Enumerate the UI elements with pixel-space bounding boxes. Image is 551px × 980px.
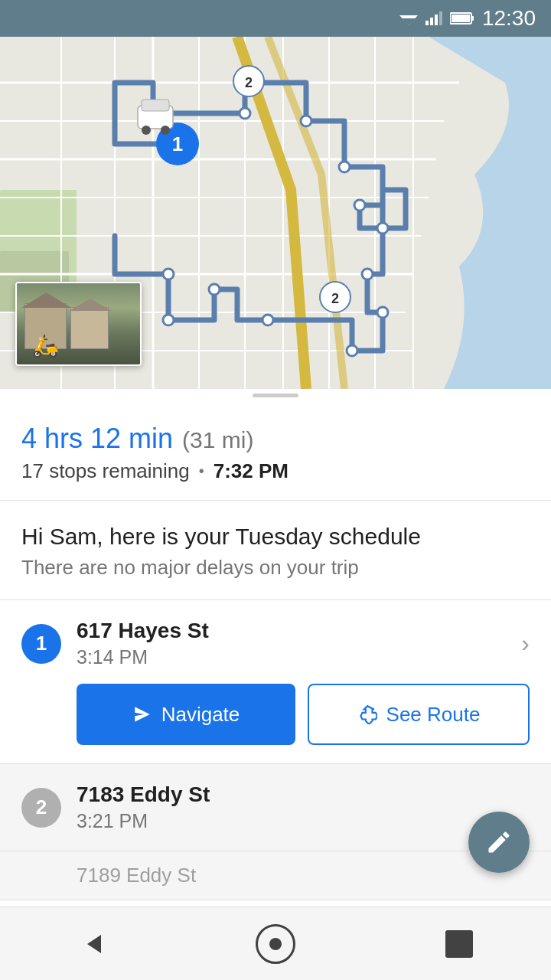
- svg-point-32: [339, 162, 350, 172]
- wifi-icon: [399, 11, 418, 25]
- stop-chevron-1[interactable]: ›: [521, 629, 530, 658]
- svg-point-35: [362, 269, 373, 279]
- map-area[interactable]: 1 2 2 🛵: [0, 37, 551, 389]
- svg-point-33: [354, 200, 365, 211]
- time-display: 12:30: [482, 6, 536, 31]
- navigate-label: Navigate: [161, 703, 240, 727]
- status-icons: 12:30: [399, 6, 536, 31]
- svg-rect-4: [430, 18, 433, 25]
- stop-header-1: 1 617 Hayes St 3:14 PM ›: [21, 619, 530, 668]
- trip-details-row: 17 stops remaining • 7:32 PM: [21, 459, 530, 483]
- partial-stop: 7189 Eddy St: [0, 851, 551, 900]
- drag-handle[interactable]: [0, 389, 551, 401]
- svg-text:2: 2: [331, 291, 339, 306]
- stop-info-1: 617 Hayes St 3:14 PM: [77, 619, 506, 668]
- trip-distance: (31 mi): [182, 427, 253, 453]
- partial-address: 7189 Eddy St: [77, 864, 196, 887]
- svg-point-36: [377, 307, 388, 318]
- home-button[interactable]: [253, 921, 298, 967]
- stop-time-2: 3:21 PM: [77, 810, 530, 832]
- svg-point-39: [209, 284, 220, 295]
- edit-icon: [485, 828, 513, 856]
- svg-text:1: 1: [172, 132, 183, 155]
- stops-remaining: 17 stops remaining: [21, 459, 190, 483]
- svg-point-31: [301, 116, 311, 126]
- street-photo-thumbnail[interactable]: 🛵: [15, 282, 142, 366]
- route-icon: [357, 704, 377, 724]
- back-icon: [78, 930, 106, 958]
- svg-rect-49: [142, 100, 169, 111]
- svg-rect-3: [425, 21, 429, 25]
- svg-rect-5: [435, 15, 438, 25]
- stop-info-2: 7183 Eddy St 3:21 PM: [77, 782, 530, 832]
- svg-point-37: [347, 345, 357, 356]
- bottom-panel: 4 hrs 12 min (31 mi) 17 stops remaining …: [0, 401, 551, 974]
- svg-point-30: [240, 108, 250, 119]
- stop-button[interactable]: [436, 921, 482, 967]
- navigate-button[interactable]: Navigate: [77, 684, 295, 745]
- svg-point-34: [377, 223, 388, 234]
- svg-point-50: [142, 126, 151, 135]
- stop-square-icon: [445, 930, 473, 958]
- trip-duration: 4 hrs 12 min: [21, 423, 173, 455]
- stop-time-1: 3:14 PM: [77, 646, 506, 668]
- svg-text:2: 2: [245, 75, 253, 90]
- stop-address-2: 7183 Eddy St: [77, 782, 530, 807]
- eta-time: 7:32 PM: [214, 459, 289, 483]
- svg-rect-8: [452, 15, 470, 22]
- svg-marker-2: [404, 21, 413, 25]
- navigate-icon: [132, 704, 152, 724]
- svg-point-40: [163, 315, 174, 325]
- nav-bar: [0, 906, 551, 980]
- svg-marker-52: [135, 707, 150, 722]
- svg-rect-6: [439, 11, 442, 25]
- svg-rect-9: [471, 16, 474, 21]
- stop-badge-2: 2: [21, 788, 61, 828]
- action-buttons: Navigate See Route: [77, 684, 530, 745]
- stop-address-1: 617 Hayes St: [77, 619, 506, 643]
- stop-header-2: 2 7183 Eddy St 3:21 PM: [21, 782, 530, 832]
- battery-icon: [450, 11, 474, 25]
- trip-summary: 4 hrs 12 min (31 mi) 17 stops remaining …: [0, 401, 551, 501]
- svg-point-41: [163, 269, 174, 279]
- dot-separator: •: [199, 462, 204, 480]
- greeting-subtitle: There are no major delays on your trip: [21, 556, 530, 580]
- svg-marker-53: [87, 935, 101, 953]
- stop-badge-1: 1: [21, 624, 61, 664]
- svg-point-51: [161, 126, 170, 135]
- status-bar: 12:30: [0, 0, 551, 37]
- svg-point-38: [262, 315, 273, 325]
- greeting-title: Hi Sam, here is your Tuesday schedule: [21, 524, 530, 550]
- signal-icon: [425, 11, 442, 25]
- back-button[interactable]: [69, 921, 115, 967]
- see-route-label: See Route: [386, 703, 481, 727]
- stop-item-1[interactable]: 1 617 Hayes St 3:14 PM › Navigate See Ro…: [0, 600, 551, 764]
- see-route-button[interactable]: See Route: [308, 684, 530, 745]
- greeting-section: Hi Sam, here is your Tuesday schedule Th…: [0, 501, 551, 600]
- fab-edit-button[interactable]: [468, 812, 530, 873]
- home-circle-icon: [256, 924, 295, 964]
